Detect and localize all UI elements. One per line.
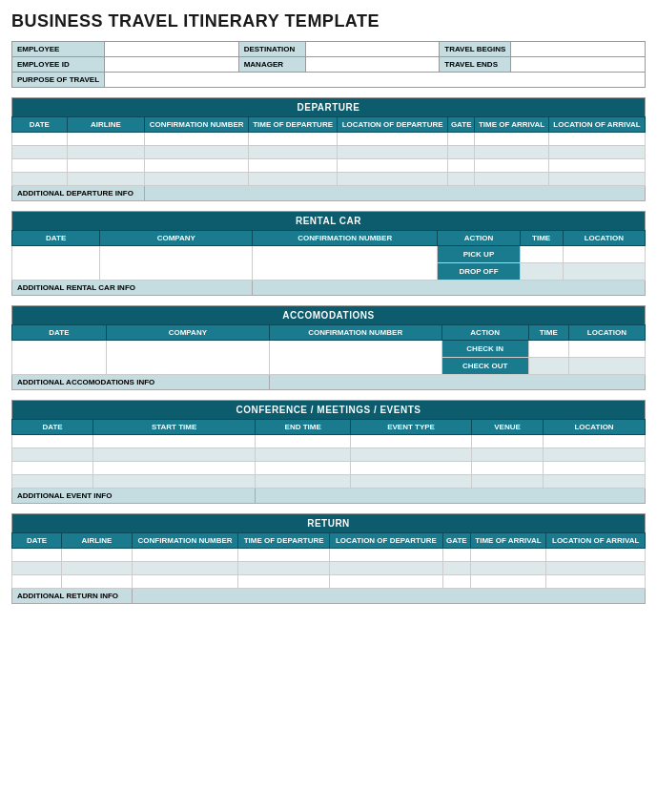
return-row-3: [12, 575, 646, 589]
ret-col-gate: GATE: [442, 533, 470, 549]
return-title: RETURN: [12, 514, 646, 533]
conf-footer-value: [256, 489, 646, 504]
rental-footer-value: [253, 281, 646, 296]
purpose-value: [105, 73, 646, 88]
return-footer-row: ADDITIONAL RETURN INFO: [12, 589, 646, 604]
destination-label: DESTINATION: [238, 42, 305, 57]
return-footer: ADDITIONAL RETURN INFO: [12, 589, 133, 604]
dep-col-date: DATE: [12, 117, 68, 133]
conf-row-1: [12, 435, 646, 448]
dep-col-gate: GATE: [448, 117, 475, 133]
return-row-1: [12, 549, 646, 562]
departure-footer-row: ADDITIONAL DEPARTURE INFO: [12, 186, 646, 201]
departure-row-4: [12, 173, 646, 186]
manager-label: MANAGER: [238, 57, 305, 73]
dep-col-airline: AIRLINE: [67, 117, 145, 133]
destination-value: [305, 42, 440, 57]
acc-col-confirmation: CONFIRMATION NUMBER: [269, 325, 441, 341]
return-header-row: DATE AIRLINE CONFIRMATION NUMBER TIME OF…: [12, 533, 646, 549]
rental-col-confirmation: CONFIRMATION NUMBER: [253, 231, 438, 246]
departure-title: DEPARTURE: [12, 98, 646, 117]
departure-row-2: [12, 146, 646, 159]
ret-col-confirmation: CONFIRMATION NUMBER: [132, 533, 238, 549]
dep-col-loc-arr: LOCATION OF ARRIVAL: [548, 117, 645, 133]
ret-col-loc-arr: LOCATION OF ARRIVAL: [546, 533, 646, 549]
rental-row-1: PICK UP: [12, 246, 646, 263]
rental-col-time: TIME: [520, 231, 563, 246]
dep-col-time-arr: TIME OF ARRIVAL: [475, 117, 549, 133]
departure-section: DEPARTURE DATE AIRLINE CONFIRMATION NUMB…: [11, 97, 646, 201]
acc-col-action: ACTION: [441, 325, 528, 341]
departure-footer: ADDITIONAL DEPARTURE INFO: [12, 186, 145, 201]
travel-begins-label: TRAVEL BEGINS: [440, 42, 511, 57]
departure-row-3: [12, 159, 646, 173]
rental-col-date: DATE: [12, 231, 100, 246]
conf-footer-row: ADDITIONAL EVENT INFO: [12, 489, 646, 504]
dep-col-confirmation: CONFIRMATION NUMBER: [145, 117, 249, 133]
purpose-label: PURPOSE OF TRAVEL: [12, 73, 105, 88]
acc-col-location: LOCATION: [568, 325, 645, 341]
conf-row-2: [12, 448, 646, 462]
conf-col-start: START TIME: [93, 420, 256, 435]
manager-value: [305, 57, 440, 73]
acc-footer-row: ADDITIONAL ACCOMODATIONS INFO: [12, 375, 646, 390]
rental-col-location: LOCATION: [563, 231, 645, 246]
accomodations-title-row: ACCOMODATIONS: [12, 306, 646, 325]
travel-ends-value: [511, 57, 646, 73]
acc-action-checkin: CHECK IN: [441, 341, 528, 358]
conf-col-venue: VENUE: [471, 420, 543, 435]
rental-header-row: DATE COMPANY CONFIRMATION NUMBER ACTION …: [12, 231, 646, 246]
acc-row-1: CHECK IN: [12, 341, 646, 358]
employee-value: [105, 42, 239, 57]
acc-col-company: COMPANY: [106, 325, 269, 341]
accomodations-title: ACCOMODATIONS: [12, 306, 646, 325]
rental-col-action: ACTION: [438, 231, 520, 246]
return-row-2: [12, 562, 646, 575]
ret-col-time-arr: TIME OF ARRIVAL: [470, 533, 546, 549]
conferences-title: CONFERENCE / MEETINGS / EVENTS: [12, 401, 646, 420]
dep-col-time-dep: TIME OF DEPARTURE: [249, 117, 338, 133]
departure-title-row: DEPARTURE: [12, 98, 646, 117]
accomodations-section: ACCOMODATIONS DATE COMPANY CONFIRMATION …: [11, 305, 646, 390]
dep-col-loc-dep: LOCATION OF DEPARTURE: [338, 117, 448, 133]
info-table: EMPLOYEE DESTINATION TRAVEL BEGINS EMPLO…: [11, 41, 646, 88]
ret-col-loc-dep: LOCATION OF DEPARTURE: [329, 533, 442, 549]
conferences-section: CONFERENCE / MEETINGS / EVENTS DATE STAR…: [11, 400, 646, 504]
acc-action-checkout: CHECK OUT: [441, 358, 528, 375]
travel-ends-label: TRAVEL ENDS: [440, 57, 511, 73]
return-footer-value: [132, 589, 645, 604]
conf-row-4: [12, 475, 646, 489]
return-section: RETURN DATE AIRLINE CONFIRMATION NUMBER …: [11, 513, 646, 604]
rental-action-dropoff: DROP OFF: [438, 263, 520, 281]
conf-col-end: END TIME: [256, 420, 351, 435]
acc-footer-value: [269, 375, 645, 390]
conf-col-location: LOCATION: [544, 420, 646, 435]
rental-title-row: RENTAL CAR: [12, 212, 646, 231]
rental-footer: ADDITIONAL RENTAL CAR INFO: [12, 281, 253, 296]
ret-col-date: DATE: [12, 533, 62, 549]
accomodations-header-row: DATE COMPANY CONFIRMATION NUMBER ACTION …: [12, 325, 646, 341]
ret-col-time-dep: TIME OF DEPARTURE: [238, 533, 329, 549]
conf-col-event-type: EVENT TYPE: [351, 420, 472, 435]
rental-col-company: COMPANY: [100, 231, 253, 246]
travel-begins-value: [511, 42, 646, 57]
rental-footer-row: ADDITIONAL RENTAL CAR INFO: [12, 281, 646, 296]
departure-row-1: [12, 133, 646, 146]
acc-col-date: DATE: [12, 325, 107, 341]
conferences-title-row: CONFERENCE / MEETINGS / EVENTS: [12, 401, 646, 420]
return-title-row: RETURN: [12, 514, 646, 533]
ret-col-airline: AIRLINE: [62, 533, 133, 549]
employee-id-label: EMPLOYEE ID: [12, 57, 105, 73]
rental-title: RENTAL CAR: [12, 212, 646, 231]
acc-col-time: TIME: [528, 325, 568, 341]
page-title: BUSINESS TRAVEL ITINERARY TEMPLATE: [11, 11, 646, 31]
rental-action-pickup: PICK UP: [438, 246, 520, 263]
employee-label: EMPLOYEE: [12, 42, 105, 57]
employee-id-value: [105, 57, 239, 73]
rental-car-section: RENTAL CAR DATE COMPANY CONFIRMATION NUM…: [11, 211, 646, 296]
acc-footer: ADDITIONAL ACCOMODATIONS INFO: [12, 375, 270, 390]
conferences-header-row: DATE START TIME END TIME EVENT TYPE VENU…: [12, 420, 646, 435]
departure-footer-value: [145, 186, 646, 201]
departure-header-row: DATE AIRLINE CONFIRMATION NUMBER TIME OF…: [12, 117, 646, 133]
conf-row-3: [12, 462, 646, 475]
